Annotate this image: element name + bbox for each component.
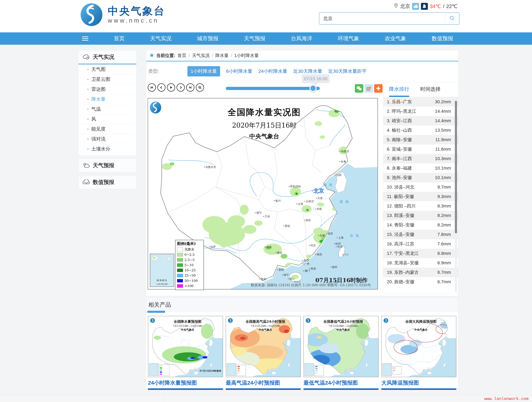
- time-slider[interactable]: [226, 87, 320, 90]
- ranking-tab-时间选择[interactable]: 时间选择: [420, 86, 441, 97]
- ranking-name: 12. 德阳 –四川: [387, 203, 416, 208]
- sidebar-item-土壤水分[interactable]: 土壤水分: [80, 144, 135, 154]
- legend-swatch: [177, 274, 183, 277]
- type-tab-近30天降水量[interactable]: 近30天降水量: [293, 68, 322, 75]
- product-card-tmin24h[interactable]: 全国最低气温24小时预报 7月15日08时—16日08时 中央气象台 最低气温2…: [304, 316, 379, 390]
- ranking-panel: 降水排行时间选择 1. 乐昌–广东30.2mm2. 呼玛–黑龙江14.4mm3.…: [383, 82, 458, 293]
- breadcrumb-separator: /: [189, 53, 190, 58]
- sidebar-item-label: 降水量: [91, 94, 106, 104]
- sidebar-item-雷达图[interactable]: 雷达图: [80, 84, 135, 94]
- location-name[interactable]: 北京: [400, 3, 410, 10]
- nav-item-城市预报[interactable]: 城市预报: [197, 35, 219, 42]
- search-button[interactable]: [445, 12, 459, 25]
- time-tooltip: 07/15 16:00: [302, 74, 329, 83]
- skip-start-button[interactable]: [148, 83, 156, 91]
- product-card-precip24h[interactable]: 全国降水量预报图 7月15日14时—16日14时 中央气象台 07月15日10时…: [148, 316, 223, 390]
- sidebar-list: 天气图卫星云图雷达图降水量气温风能见度强对流土壤水分: [79, 65, 136, 155]
- sidebar-item-气温[interactable]: 气温: [80, 104, 135, 114]
- scrollbar-thumb[interactable]: [455, 101, 457, 233]
- ranking-value: 6.9mm: [437, 249, 451, 258]
- related-accent-bar: [147, 311, 165, 313]
- sidebar-item-降水量[interactable]: 降水量: [80, 94, 135, 104]
- ranking-name: 16. 高淳–江苏: [387, 241, 414, 246]
- sidebar-section-header-天气预报[interactable]: 天气预报: [79, 159, 136, 172]
- type-tab-近30天降水量距平[interactable]: 近30天降水量距平: [328, 68, 367, 75]
- type-tab-6小时降水量[interactable]: 6小时降水量: [226, 68, 253, 75]
- product-card-tmax24h[interactable]: 全国最高气温24小时预报 7月15日20时—16日20时 中央气象台 最高气温2…: [226, 316, 301, 390]
- type-tab-1小时降水量[interactable]: 1小时降水量: [187, 66, 220, 76]
- thumb-author: 中央气象台: [181, 328, 194, 331]
- map-title: 全国降水量实况图: [228, 107, 301, 118]
- ranking-tabs: 降水排行时间选择: [383, 82, 458, 97]
- product-caption[interactable]: 最低气温24小时预报图: [304, 379, 379, 387]
- thumb-note: 07月15日10时发布: [200, 370, 221, 372]
- main-nav: 首页天气实况城市预报天气预报台风海洋环境气象农业气象数值预报: [0, 32, 532, 45]
- sidebar-item-卫星云图[interactable]: 卫星云图: [80, 74, 135, 84]
- slider-handle[interactable]: [309, 85, 317, 92]
- sidebar-item-强对流[interactable]: 强对流: [80, 134, 135, 144]
- nav-item-环境气象[interactable]: 环境气象: [338, 35, 359, 42]
- footer-divider: [458, 396, 458, 401]
- bullet-icon: [87, 129, 89, 130]
- legend-row: 5~10: [177, 262, 202, 268]
- ranking-tab-降水排行[interactable]: 降水排行: [389, 86, 409, 97]
- site-logo[interactable]: 中央气象台 www.nmc.cn: [80, 3, 165, 26]
- breadcrumb-item-降水量[interactable]: 降水量: [215, 52, 229, 58]
- step-forward-button[interactable]: [177, 83, 185, 91]
- share-more-icon[interactable]: [374, 84, 383, 93]
- product-caption[interactable]: 24小时降水量预报图: [148, 379, 223, 387]
- ranking-row: 12. 德阳 –四川8.3mm: [383, 201, 458, 211]
- sidebar-item-风[interactable]: 风: [80, 114, 135, 124]
- hamburger-icon[interactable]: [82, 37, 88, 41]
- wechat-share-icon[interactable]: [355, 84, 363, 93]
- nav-item-首页[interactable]: 首页: [114, 35, 125, 42]
- precipitation-map[interactable]: 乌鲁木齐哈尔滨长春沈阳北京天津呼和浩特银川太原石家庄济南西宁兰州郑州西安成都重庆…: [148, 98, 378, 289]
- sidebar-item-能见度[interactable]: 能见度: [80, 124, 135, 134]
- breadcrumb-items: 首页/天气实况/降水量/1小时降水量: [177, 52, 259, 58]
- ranking-name: 15. 泾县–安徽: [387, 232, 414, 237]
- share-buttons: [355, 84, 383, 93]
- weibo-share-icon[interactable]: [364, 84, 373, 93]
- type-selector: 类型: 1小时降水量6小时降水量24小时降水量近30天降水量近30天降水量距平: [148, 66, 367, 76]
- legend-swatch: [177, 248, 183, 251]
- product-card-wind[interactable]: 全国大风降温预报图 中央气象台 大风降温预报图: [381, 316, 456, 390]
- product-thumbnail: 全国最高气温24小时预报 7月15日20时—16日20时 中央气象台: [226, 316, 301, 377]
- nav-item-天气预报[interactable]: 天气预报: [244, 35, 265, 42]
- step-back-button[interactable]: [157, 83, 165, 91]
- breadcrumb-item-1小时降水量[interactable]: 1小时降水量: [234, 52, 259, 58]
- nav-item-天气实况[interactable]: 天气实况: [150, 35, 171, 42]
- ranking-row: 11. 枞阳–安徽9.3mm: [383, 192, 458, 201]
- thumb-author: 中央气象台: [259, 328, 272, 331]
- ranking-name: 7. 南丰–江西: [387, 156, 412, 161]
- nav-item-台风海洋[interactable]: 台风海洋: [291, 35, 312, 42]
- product-caption[interactable]: 最高气温24小时预报图: [226, 379, 301, 387]
- breadcrumb: 当前位置: 首页/天气实况/降水量/1小时降水量: [146, 50, 458, 61]
- skip-end-button[interactable]: [186, 83, 194, 91]
- legend-row: 50~100: [177, 278, 202, 283]
- breadcrumb-item-天气实况[interactable]: 天气实况: [192, 52, 210, 58]
- product-caption[interactable]: 大风降温预报图: [381, 379, 456, 387]
- ranking-value: 7.8mm: [437, 230, 451, 239]
- cloud-wave-icon: [83, 179, 90, 185]
- type-tab-24小时降水量[interactable]: 24小时降水量: [259, 68, 287, 75]
- play-button[interactable]: [167, 83, 175, 91]
- breadcrumb-item-首页[interactable]: 首页: [177, 52, 186, 58]
- legend-swatch: [177, 263, 183, 267]
- nav-item-农业气象[interactable]: 农业气象: [385, 35, 406, 42]
- nav-item-数值预报[interactable]: 数值预报: [432, 35, 453, 42]
- sidebar-section-header-天气实况[interactable]: 天气实况: [79, 50, 136, 65]
- ranking-name: 5. 南陵–安徽: [387, 137, 412, 142]
- sidebar-item-天气图[interactable]: 天气图: [80, 65, 135, 74]
- zoom-in-button[interactable]: [196, 83, 204, 91]
- sidebar: 天气实况天气图卫星云图雷达图降水量气温风能见度强对流土壤水分天气预报数值预报: [78, 50, 136, 192]
- sidebar-section-header-数值预报[interactable]: 数值预报: [79, 175, 136, 189]
- ranking-name: 13. 郎溪–安徽: [387, 213, 414, 218]
- ranking-value: 11.6mm: [435, 144, 451, 154]
- search-input[interactable]: [319, 12, 445, 25]
- scrollbar[interactable]: [455, 98, 457, 292]
- legend-label: 50~100: [184, 279, 198, 283]
- breadcrumb-label: 当前位置:: [156, 52, 175, 58]
- ranking-value: 30.2mm: [435, 97, 451, 107]
- ranking-row: 9. 池州–安徽10.1mm: [383, 173, 458, 182]
- location-pin-icon: [394, 3, 398, 9]
